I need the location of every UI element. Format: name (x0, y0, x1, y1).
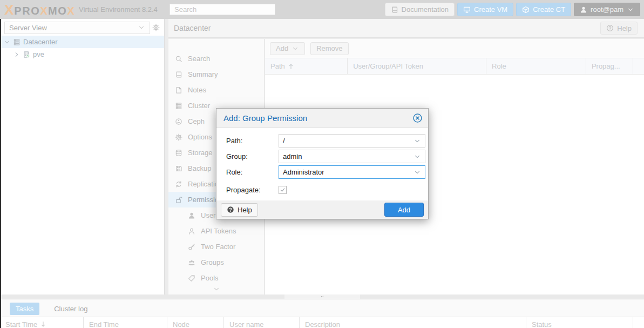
user-menu-button[interactable]: root@pam (574, 3, 640, 16)
dialog-help-button[interactable]: Help (221, 203, 258, 217)
tree-node-pve[interactable]: pve (0, 48, 164, 61)
column-header-propagate[interactable]: Propag... (586, 58, 633, 74)
path-field-combo[interactable]: / (279, 134, 425, 148)
tab-cluster-log[interactable]: Cluster log (48, 303, 93, 315)
nav-item-two-factor[interactable]: Two Factor (168, 239, 264, 255)
cluster-icon (13, 38, 21, 46)
nav-item-label: Cluster (188, 102, 210, 110)
nav-item-label: Groups (201, 258, 224, 266)
nav-item-api-tokens[interactable]: API Tokens (168, 223, 264, 239)
add-menu-button[interactable]: Add (270, 42, 305, 55)
nav-item-label: Two Factor (201, 243, 235, 251)
bottom-splitter[interactable] (0, 294, 644, 299)
create-vm-button[interactable]: Create VM (457, 3, 513, 16)
gear-icon (175, 133, 182, 141)
gear-icon (152, 24, 160, 31)
propagate-checkbox[interactable] (279, 186, 287, 194)
logo-text: X (40, 5, 48, 16)
close-icon (413, 113, 422, 123)
proxmox-logo: X PRO X MO X (4, 3, 75, 17)
proxmox-x-logo-icon: X (4, 3, 13, 17)
user-outline-icon (188, 227, 195, 235)
user-icon (188, 212, 195, 219)
panel-header-bar: Datacenter Help (168, 19, 644, 38)
key-icon (188, 243, 195, 251)
column-header-role[interactable]: Role (486, 58, 586, 74)
user-menu-label: root@pam (591, 5, 623, 14)
nav-item-search[interactable]: Search (168, 51, 264, 66)
chevron-down-icon (138, 24, 145, 31)
dialog-title: Add: Group Permission (223, 113, 307, 123)
nav-scroll-more[interactable] (168, 285, 264, 293)
global-search-input[interactable] (170, 4, 275, 15)
view-selector-bar: Server View (4, 21, 162, 34)
tree-settings-button[interactable] (152, 24, 160, 31)
column-label: Status (532, 320, 552, 328)
chevron-down-icon (292, 45, 299, 52)
panel-help-button[interactable]: Help (600, 22, 638, 35)
help-label: Help (617, 24, 632, 32)
nav-item-label: Summary (188, 70, 218, 78)
tasks-grid-header: Start Time End Time Node User name Descr… (0, 317, 644, 328)
ceph-icon (175, 118, 182, 125)
chevron-down-icon (413, 137, 421, 145)
tasks-tab-bar: Tasks Cluster log (0, 301, 93, 317)
tree-node-label: Datacenter (23, 38, 58, 46)
grid-header-spacer (633, 317, 644, 328)
role-field-combo[interactable]: Administrator (279, 165, 425, 179)
documentation-button[interactable]: Documentation (385, 3, 455, 16)
dialog-footer: Help Add (216, 200, 428, 219)
cluster-icon (175, 102, 182, 110)
nav-item-label: Pools (201, 274, 219, 282)
version-subtitle: Virtual Environment 8.2.4 (79, 5, 158, 14)
column-header-status[interactable]: Status (526, 317, 633, 328)
column-label: Propag... (592, 62, 620, 70)
tab-tasks[interactable]: Tasks (10, 303, 39, 315)
logo-text: PRO (14, 5, 40, 16)
close-icon[interactable] (413, 113, 422, 123)
remove-button[interactable]: Remove (310, 42, 348, 55)
path-field-value: / (283, 137, 285, 145)
column-header-user-group-token[interactable]: User/Group/API Token (348, 58, 486, 74)
proxmox-app: X PRO X MO X Virtual Environment 8.2.4 D… (0, 0, 644, 328)
permissions-toolbar: Add Remove (265, 39, 644, 58)
chevron-down-icon (213, 285, 220, 293)
nav-item-notes[interactable]: Notes (168, 82, 264, 98)
nav-item-groups[interactable]: Groups (168, 255, 264, 270)
nav-item-label: Storage (188, 149, 213, 157)
column-label: Description (305, 320, 340, 328)
question-icon (227, 206, 234, 213)
replication-icon (175, 180, 182, 188)
nav-item-label: Backup (188, 164, 211, 172)
grid-header-spacer (633, 58, 644, 74)
view-selector-combo[interactable]: Server View (4, 22, 150, 34)
column-header-user-name[interactable]: User name (224, 317, 300, 328)
nav-item-pools[interactable]: Pools (168, 270, 264, 286)
dialog-help-label: Help (238, 206, 252, 214)
sort-asc-icon (287, 63, 295, 70)
column-header-end-time[interactable]: End Time (84, 317, 167, 328)
column-header-path[interactable]: Path (265, 58, 348, 74)
column-header-description[interactable]: Description (300, 317, 526, 328)
dialog-add-button[interactable]: Add (384, 203, 424, 217)
nav-item-summary[interactable]: Summary (168, 66, 264, 82)
group-field-combo[interactable]: admin (279, 150, 425, 163)
column-header-node[interactable]: Node (167, 317, 224, 328)
column-header-start-time[interactable]: Start Time (0, 317, 84, 328)
splitter-grip[interactable] (284, 294, 360, 299)
page-title: Datacenter (174, 24, 211, 32)
book-icon (175, 71, 182, 78)
column-label: Path (270, 62, 285, 70)
host-icon (23, 51, 30, 58)
nav-item-label: Ceph (188, 117, 205, 125)
add-label: Add (276, 44, 288, 52)
permissions-grid-header: Path User/Group/API Token Role Propag... (265, 58, 644, 75)
dialog-header[interactable]: Add: Group Permission (216, 109, 428, 128)
chevron-right-icon (13, 51, 21, 58)
nav-item-label: Notes (188, 86, 206, 94)
nav-item-label: Options (188, 133, 212, 141)
create-ct-button[interactable]: Create CT (516, 3, 571, 16)
tree-node-datacenter[interactable]: Datacenter (0, 36, 164, 48)
window-left-edge (0, 19, 1, 328)
backup-icon (175, 165, 182, 172)
